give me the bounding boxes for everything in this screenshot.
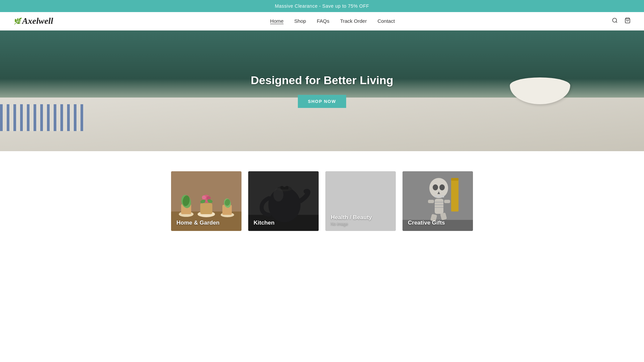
nav-link-home[interactable]: Home <box>270 18 283 24</box>
logo-icon: 🌿 <box>13 17 21 25</box>
health-beauty-sublabel: No image <box>331 222 390 226</box>
category-label-kitchen: Kitchen <box>248 215 319 231</box>
nav-link-shop[interactable]: Shop <box>294 18 306 24</box>
nav-item-track-order[interactable]: Track Order <box>340 18 367 24</box>
logo-text: Axelwell <box>22 16 53 26</box>
hero-content: Designed for Better Living SHOP NOW <box>251 74 393 108</box>
nav-item-contact[interactable]: Contact <box>377 18 395 24</box>
svg-rect-43 <box>428 200 434 203</box>
cart-button[interactable] <box>625 17 631 25</box>
announcement-text: Massive Clearance - Save up to 75% OFF <box>275 3 369 9</box>
categories-section: Home & Garden <box>0 151 644 258</box>
category-card-health-beauty[interactable]: Health / Beauty No image <box>325 171 396 231</box>
svg-rect-36 <box>435 195 437 197</box>
search-icon <box>612 17 618 23</box>
svg-point-32 <box>429 178 448 198</box>
svg-rect-29 <box>451 178 459 212</box>
category-label-health-beauty: Health / Beauty No image <box>325 209 396 231</box>
nav-item-faqs[interactable]: FAQs <box>317 18 329 24</box>
category-card-kitchen[interactable]: Kitchen <box>248 171 319 231</box>
svg-rect-38 <box>441 195 444 197</box>
nav-item-shop[interactable]: Shop <box>294 18 306 24</box>
svg-point-12 <box>202 195 206 199</box>
hero-cta-button[interactable]: SHOP NOW <box>298 95 346 108</box>
hero-title: Designed for Better Living <box>251 74 393 87</box>
svg-point-26 <box>273 188 283 201</box>
category-card-home-garden[interactable]: Home & Garden <box>171 171 241 231</box>
categories-grid: Home & Garden <box>171 171 473 231</box>
category-label-creative-gifts: Creative Gifts <box>402 215 473 231</box>
svg-point-33 <box>433 184 438 190</box>
category-label-home-garden: Home & Garden <box>171 215 241 231</box>
logo[interactable]: 🌿 Axelwell <box>13 16 53 26</box>
nav-item-home[interactable]: Home <box>270 18 283 24</box>
announcement-bar: Massive Clearance - Save up to 75% OFF <box>0 0 644 12</box>
nav-link-track-order[interactable]: Track Order <box>340 18 367 24</box>
svg-point-0 <box>612 18 616 22</box>
svg-point-34 <box>439 184 445 190</box>
svg-rect-37 <box>438 195 441 197</box>
category-card-creative-gifts[interactable]: Creative Gifts <box>402 171 473 231</box>
cart-icon <box>625 17 631 23</box>
nav-link-faqs[interactable]: FAQs <box>317 18 329 24</box>
header: 🌿 Axelwell Home Shop FAQs Track Order Co… <box>0 12 644 31</box>
svg-rect-44 <box>444 200 450 203</box>
header-actions <box>612 17 631 25</box>
search-button[interactable] <box>612 17 618 25</box>
svg-rect-30 <box>451 178 459 181</box>
nav-link-contact[interactable]: Contact <box>377 18 395 24</box>
hero-section: Designed for Better Living SHOP NOW <box>0 31 644 151</box>
svg-rect-39 <box>435 199 443 214</box>
svg-point-25 <box>283 184 286 187</box>
svg-line-1 <box>616 21 617 22</box>
hero-bed-stripe <box>0 104 84 131</box>
main-nav: Home Shop FAQs Track Order Contact <box>270 18 395 24</box>
svg-rect-10 <box>200 203 212 214</box>
